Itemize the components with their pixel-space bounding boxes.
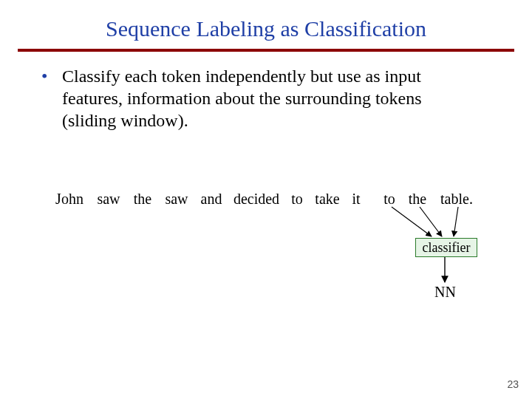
horizontal-rule [18,49,514,52]
slide: Sequence Labeling as Classification • Cl… [0,0,532,399]
classifier-box: classifier [415,238,477,257]
token-the-1: the [132,191,154,208]
page-number: 23 [507,378,519,390]
output-label: NN [434,284,456,301]
token-saw-2: saw [163,191,190,208]
token-table: table. [440,191,474,208]
bullet-marker-icon: • [41,65,58,87]
slide-title: Sequence Labeling as Classification [0,0,532,49]
token-to-1: to [290,191,304,208]
token-sentence: John saw the saw and decided to take it … [53,191,474,208]
arrow-input-1-icon [392,207,432,236]
bullet-text: Classify each token independently but us… [62,65,476,132]
bullet-item: • Classify each token independently but … [41,65,491,132]
token-take: take [314,191,341,208]
token-decided: decided [233,191,280,208]
token-saw-1: saw [95,191,122,208]
token-and: and [200,191,223,208]
arrow-input-3-icon [454,207,458,236]
token-the-2: the [406,191,429,208]
token-it: it [350,191,362,208]
token-to-2: to [382,191,397,208]
token-john: John [53,191,86,208]
arrow-input-2-icon [420,207,442,236]
